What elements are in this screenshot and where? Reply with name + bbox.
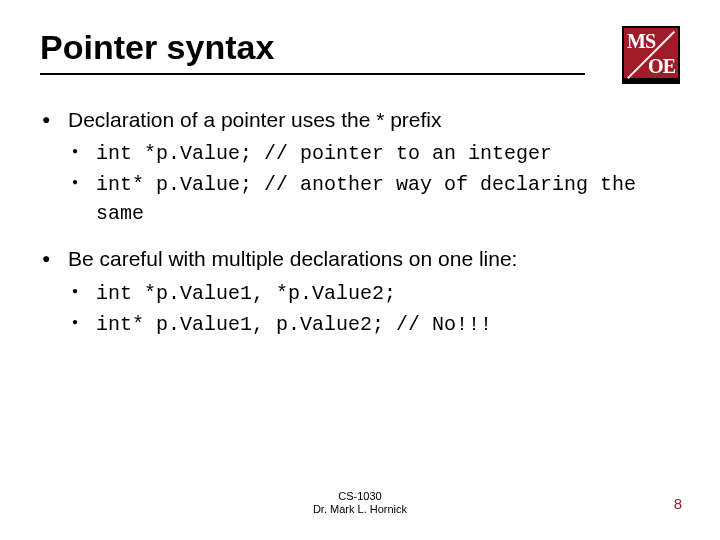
list-item: int* p.Value1, p.Value2; // No!!! (68, 309, 680, 338)
code-text: int* p.Value; // another way of declarin… (96, 173, 636, 225)
slide-title: Pointer syntax (40, 28, 585, 73)
content-area: Declaration of a pointer uses the * pref… (40, 106, 680, 338)
page-number: 8 (674, 495, 682, 512)
bullet-text: Declaration of a pointer uses the * pref… (68, 108, 442, 131)
footer-course: CS-1030 (0, 490, 720, 503)
list-item: int *p.Value; // pointer to an integer (68, 138, 680, 167)
bullet-text: Be careful with multiple declarations on… (68, 247, 517, 270)
code-text: int *p.Value; // pointer to an integer (96, 142, 552, 165)
code-text: int *p.Value1, *p.Value2; (96, 282, 396, 305)
code-text: int* p.Value1, p.Value2; // No!!! (96, 313, 492, 336)
sub-list: int *p.Value; // pointer to an integer i… (68, 138, 680, 227)
logo-text-top: MS (627, 30, 655, 53)
msoe-logo: MS OE (622, 26, 680, 84)
sub-list: int *p.Value1, *p.Value2; int* p.Value1,… (68, 278, 680, 338)
title-row: Pointer syntax MS OE (40, 28, 680, 84)
list-item: int* p.Value; // another way of declarin… (68, 169, 680, 227)
list-item: Be careful with multiple declarations on… (40, 245, 680, 337)
slide: Pointer syntax MS OE Declaration of a po… (0, 0, 720, 540)
bullet-list: Declaration of a pointer uses the * pref… (40, 106, 680, 338)
footer: CS-1030 Dr. Mark L. Hornick (0, 490, 720, 516)
logo-text-bottom: OE (648, 55, 675, 78)
list-item: int *p.Value1, *p.Value2; (68, 278, 680, 307)
footer-author: Dr. Mark L. Hornick (0, 503, 720, 516)
title-block: Pointer syntax (40, 28, 585, 75)
list-item: Declaration of a pointer uses the * pref… (40, 106, 680, 227)
